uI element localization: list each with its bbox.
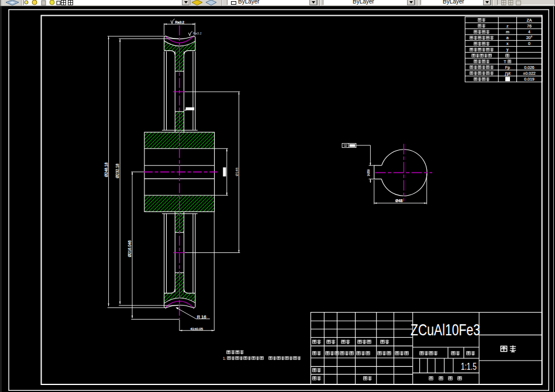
svg-text:Ø48: Ø48 [395, 199, 403, 203]
svg-text:y: y [506, 47, 509, 52]
svg-text:1:1.5: 1:1.5 [461, 362, 477, 372]
svg-text:ZCuAl10Fe3: ZCuAl10Fe3 [411, 321, 480, 339]
svg-text:4: 4 [528, 30, 530, 34]
svg-text:Fp: Fp [505, 65, 510, 70]
svg-text:Ra3.2: Ra3.2 [175, 20, 184, 24]
svg-text:1.: 1. [223, 356, 226, 360]
svg-text:z: z [506, 24, 509, 28]
svg-text:x: x [506, 41, 509, 46]
svg-text:a: a [506, 36, 509, 40]
svg-text:0.026: 0.026 [524, 65, 535, 70]
svg-text:0: 0 [528, 41, 530, 46]
svg-text:ZA: ZA [527, 18, 532, 22]
svg-text:±0.022: ±0.022 [523, 71, 535, 75]
svg-text:76: 76 [527, 24, 532, 28]
svg-text:Ø216.046: Ø216.046 [127, 240, 132, 257]
svg-text:20°: 20° [526, 36, 533, 40]
svg-text:41±0.05: 41±0.05 [191, 327, 204, 331]
svg-text:Ø148: Ø148 [235, 167, 239, 176]
svg-text:Ø232.18: Ø232.18 [115, 164, 119, 178]
svg-text:0.019: 0.019 [524, 77, 535, 81]
svg-text:m: m [506, 30, 509, 34]
svg-text:R 16: R 16 [197, 314, 206, 320]
svg-text:ƒpt: ƒpt [505, 71, 511, 76]
svg-text:T: T [504, 60, 506, 64]
svg-text:Ø248.18: Ø248.18 [104, 162, 108, 177]
svg-text:14JS9: 14JS9 [367, 169, 370, 176]
svg-text:Ra3.2: Ra3.2 [193, 32, 202, 35]
